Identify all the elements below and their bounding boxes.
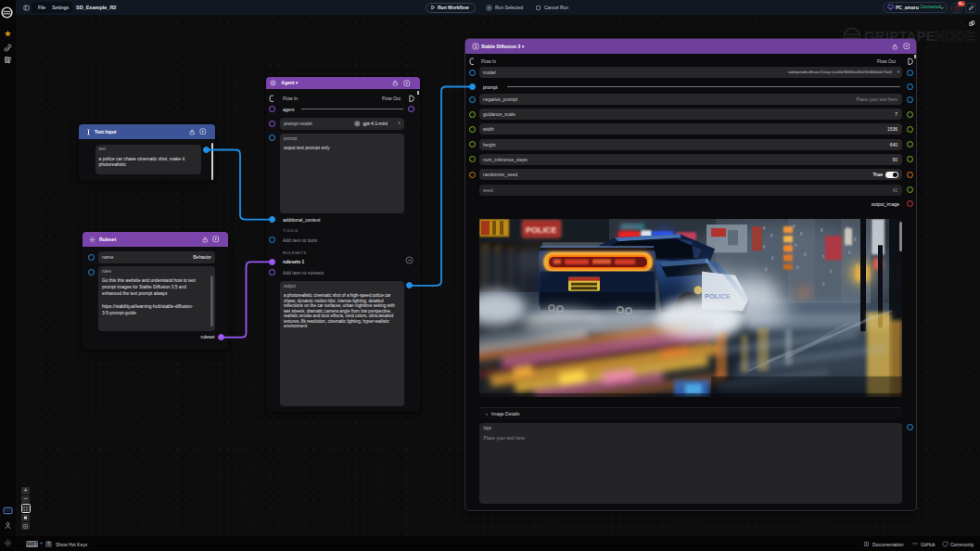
svg-text:POLICE: POLICE <box>526 225 556 235</box>
svg-text:NODES: NODES <box>935 29 976 44</box>
